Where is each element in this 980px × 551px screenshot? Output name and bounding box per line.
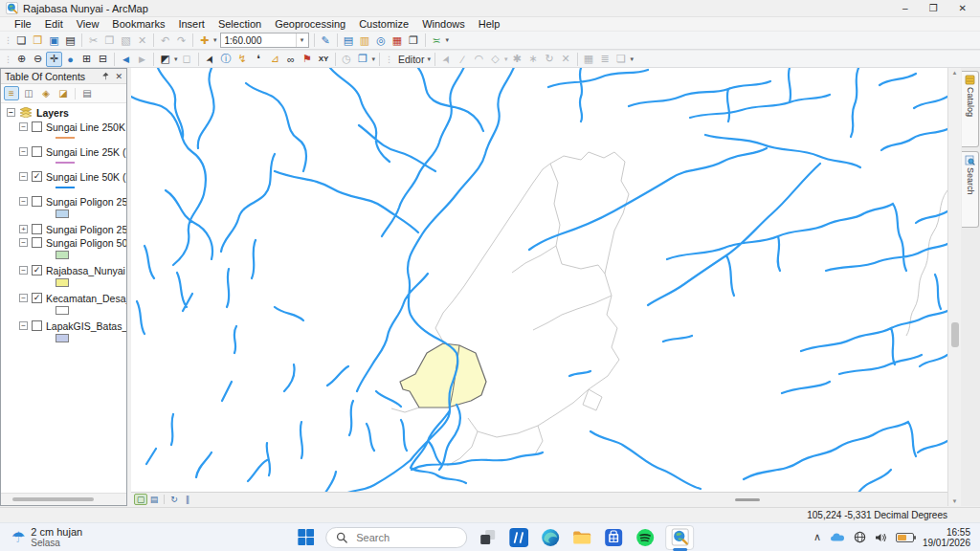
toolbar-overflow-icon[interactable]: ▾	[372, 55, 376, 63]
select-elements-tool[interactable]: ➤	[199, 48, 220, 69]
pin-icon[interactable]	[101, 72, 109, 80]
menu-edit[interactable]: Edit	[38, 17, 70, 31]
layer-label[interactable]: Sungai Poligon 250K (130	[46, 196, 126, 208]
identify-tool[interactable]: ⓘ	[218, 52, 234, 67]
menu-bookmarks[interactable]: Bookmarks	[105, 17, 171, 31]
layer-checkbox[interactable]	[32, 196, 42, 207]
list-by-drawing-order-button[interactable]: ≡	[4, 86, 19, 100]
start-button[interactable]	[294, 526, 317, 549]
sketch-properties-button[interactable]: ≣	[597, 52, 613, 67]
catalog-button[interactable]: ▥	[357, 33, 373, 48]
rotate-tool[interactable]: ↻	[542, 52, 558, 67]
clear-selection-button[interactable]: ◻	[179, 52, 195, 67]
expand-icon[interactable]: −	[19, 172, 28, 181]
app-desktops[interactable]	[476, 526, 499, 549]
menu-help[interactable]: Help	[472, 17, 507, 31]
zoom-out-tool[interactable]: ⊖	[30, 52, 46, 67]
full-extent-button[interactable]: ●	[62, 52, 78, 67]
attributes-button[interactable]: ▦	[581, 52, 597, 67]
layer-label[interactable]: Kecamatan_Desa_Rajabas	[46, 293, 126, 304]
open-button[interactable]: ❒	[30, 33, 46, 48]
redo-button[interactable]: ↷	[173, 33, 189, 48]
layer-label[interactable]: Rajabasa_Nunyai	[46, 265, 125, 276]
layer-label[interactable]: Sungai Line 25K (124)	[46, 146, 126, 158]
layout-view-button[interactable]: ▤	[147, 494, 161, 505]
expand-icon[interactable]: +	[19, 225, 28, 233]
taskbar-search-input[interactable]	[354, 531, 440, 544]
scroll-up-icon[interactable]: ▲	[948, 68, 961, 77]
menu-selection[interactable]: Selection	[212, 17, 268, 31]
weather-widget[interactable]: ☂ 2 cm hujan Selasa	[0, 526, 191, 548]
paste-button[interactable]: ▧	[118, 33, 134, 48]
fixed-zoom-in-button[interactable]: ⊞	[78, 52, 95, 67]
layer-checkbox[interactable]	[32, 121, 42, 132]
refresh-view-button[interactable]: ↻	[167, 494, 181, 505]
app-spotify[interactable]	[634, 526, 657, 549]
python-window-button[interactable]: ❐	[406, 33, 422, 48]
menu-customize[interactable]: Customize	[352, 17, 415, 31]
scrollbar-thumb[interactable]	[951, 322, 959, 347]
toc-options-button[interactable]: ▤	[79, 86, 95, 100]
scale-dropdown-icon[interactable]: ▾	[296, 33, 308, 47]
menu-windows[interactable]: Windows	[415, 17, 472, 31]
editor-toolbar-toggle[interactable]: ✎	[318, 33, 334, 48]
app-arcmap-active[interactable]	[665, 525, 694, 550]
menu-insert[interactable]: Insert	[171, 17, 212, 31]
find-route-tool[interactable]: ⚑	[300, 52, 316, 67]
editor-menu[interactable]: Editor	[398, 54, 424, 65]
layer-label[interactable]: LapakGIS_Batas_Keluraha	[46, 320, 126, 332]
search-window-button[interactable]: ◎	[373, 33, 390, 48]
expand-icon[interactable]: −	[19, 122, 28, 131]
taskbar-search[interactable]	[325, 527, 467, 548]
map-scale-input[interactable]	[221, 33, 296, 47]
go-to-xy-tool[interactable]: XY	[316, 52, 332, 67]
html-popup-tool[interactable]: ❛	[251, 52, 267, 67]
list-by-visibility-button[interactable]: ◈	[38, 86, 54, 100]
pan-tool[interactable]: ✛	[46, 52, 62, 67]
expand-icon[interactable]: −	[19, 147, 28, 156]
menu-view[interactable]: View	[70, 17, 106, 31]
menu-geoprocessing[interactable]: Geoprocessing	[268, 17, 352, 31]
tab-search[interactable]: Search	[962, 151, 979, 228]
reshape-tool[interactable]: ∗	[525, 52, 542, 67]
select-features-dropdown-icon[interactable]: ▾	[174, 55, 178, 63]
selected-region[interactable]	[400, 343, 486, 408]
close-button[interactable]: ✕	[959, 1, 967, 16]
select-features-tool[interactable]: ◩	[157, 52, 173, 67]
layer-checkbox[interactable]: ✓	[32, 265, 42, 276]
delete-button[interactable]: ✕	[134, 33, 150, 48]
modelbuilder-button[interactable]: ≍	[429, 33, 445, 48]
speaker-icon[interactable]	[875, 532, 887, 543]
battery-icon[interactable]	[896, 533, 914, 542]
data-view-button[interactable]: ▢	[134, 494, 147, 505]
layer-checkbox[interactable]	[32, 224, 42, 234]
editor-dropdown-icon[interactable]: ▾	[427, 55, 431, 63]
table-of-contents-button[interactable]: ▤	[341, 33, 357, 48]
toc-horizontal-scrollbar[interactable]	[1, 493, 126, 505]
clock-widget[interactable]: 16:55 19/01/2026	[923, 527, 970, 548]
map-canvas[interactable]	[131, 68, 947, 492]
measure-tool[interactable]: ⊿	[267, 52, 283, 67]
forward-extent-button[interactable]: ▶	[134, 52, 150, 67]
back-extent-button[interactable]: ◀	[118, 52, 134, 67]
map-hscroll-thumb[interactable]	[735, 498, 760, 501]
split-tool[interactable]: ✕	[558, 52, 574, 67]
app-dev[interactable]	[507, 526, 530, 549]
toolbar-grip[interactable]: ⋮	[385, 55, 391, 64]
layer-label[interactable]: Sungai Line 50K (125)	[46, 171, 126, 183]
add-data-dropdown-icon[interactable]: ▾	[213, 36, 217, 44]
zoom-in-tool[interactable]: ⊕	[13, 52, 30, 67]
onedrive-icon[interactable]	[830, 532, 845, 542]
layer-checkbox[interactable]	[32, 320, 42, 331]
expand-icon[interactable]: −	[19, 321, 28, 330]
tray-chevron-icon[interactable]: ∧	[813, 532, 821, 542]
shape-tool-dropdown-icon[interactable]: ▾	[504, 55, 508, 63]
pause-drawing-button[interactable]: ∥	[181, 494, 194, 505]
fixed-zoom-out-button[interactable]: ⊟	[95, 52, 111, 67]
expand-icon[interactable]: −	[19, 266, 28, 275]
layer-checkbox[interactable]	[32, 237, 42, 248]
cut-button[interactable]: ✂	[85, 33, 101, 48]
print-button[interactable]: ▤	[62, 33, 78, 48]
restore-button[interactable]: ❐	[929, 1, 938, 16]
layer-label[interactable]: Sungai Line 250K (126)	[46, 121, 126, 133]
